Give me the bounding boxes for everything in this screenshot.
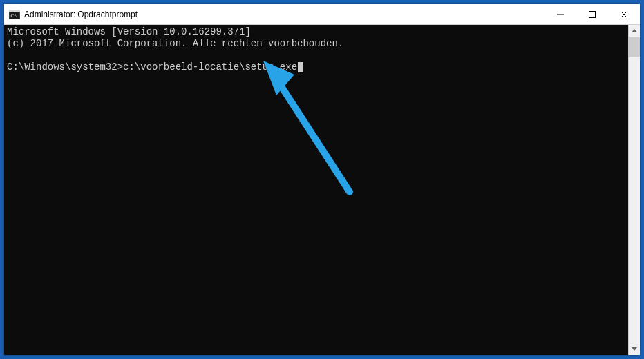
prompt-text: C:\Windows\system32> xyxy=(7,61,123,72)
terminal-line: (c) 2017 Microsoft Corporation. Alle rec… xyxy=(7,38,343,49)
svg-rect-4 xyxy=(589,11,596,17)
svg-marker-11 xyxy=(632,347,637,351)
command-text: c:\voorbeeld-locatie\setup.exe xyxy=(123,61,297,72)
terminal[interactable]: Microsoft Windows [Version 10.0.16299.37… xyxy=(4,25,628,355)
vertical-scrollbar[interactable] xyxy=(628,25,640,355)
command-prompt-window: C:\ Administrator: Opdrachtprompt Micros… xyxy=(4,4,640,355)
scroll-thumb[interactable] xyxy=(629,37,640,57)
command-prompt-icon: C:\ xyxy=(9,10,20,19)
window-controls xyxy=(544,4,640,24)
titlebar[interactable]: C:\ Administrator: Opdrachtprompt xyxy=(4,4,640,25)
terminal-line: Microsoft Windows [Version 10.0.16299.37… xyxy=(7,26,251,37)
close-button[interactable] xyxy=(608,4,640,24)
scroll-down-button[interactable] xyxy=(629,343,640,355)
minimize-button[interactable] xyxy=(544,4,576,24)
window-title: Administrator: Opdrachtprompt xyxy=(24,10,138,19)
svg-marker-10 xyxy=(632,29,637,32)
scroll-up-button[interactable] xyxy=(629,25,640,37)
svg-line-8 xyxy=(274,75,350,192)
terminal-area: Microsoft Windows [Version 10.0.16299.37… xyxy=(4,25,640,355)
cursor xyxy=(298,62,303,72)
arrow-annotation-icon xyxy=(253,54,377,213)
svg-rect-1 xyxy=(9,10,20,12)
scroll-track[interactable] xyxy=(629,37,640,343)
svg-text:C:\: C:\ xyxy=(11,13,17,19)
maximize-button[interactable] xyxy=(576,4,608,24)
